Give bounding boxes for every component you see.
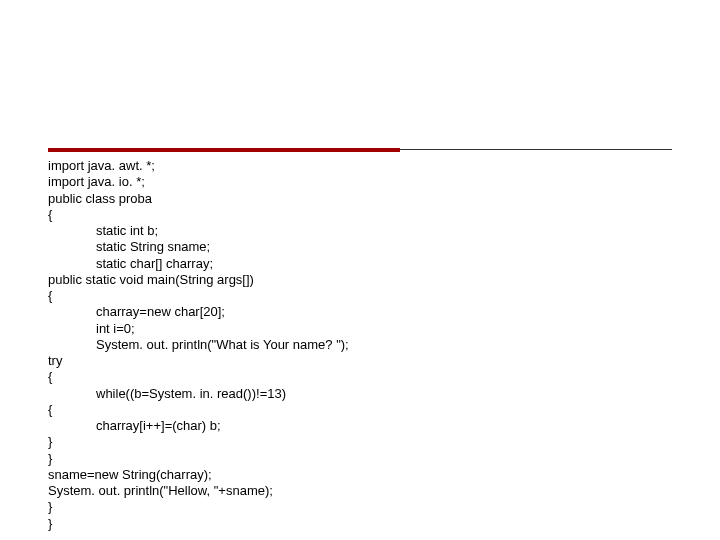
code-line: System. out. println("What is Your name?… (48, 337, 720, 353)
code-line: } (48, 516, 720, 532)
code-line: } (48, 434, 720, 450)
code-block: import java. awt. *; import java. io. *;… (48, 158, 720, 532)
code-line: System. out. println("Hellow, "+sname); (48, 483, 720, 499)
code-line: int i=0; (48, 321, 720, 337)
code-line: { (48, 402, 720, 418)
divider-line (400, 149, 672, 150)
code-line: while((b=System. in. read())!=13) (48, 386, 720, 402)
code-line: public class proba (48, 191, 720, 207)
code-line: charray=new char[20]; (48, 304, 720, 320)
code-line: charray[i++]=(char) b; (48, 418, 720, 434)
code-line: { (48, 207, 720, 223)
code-line: sname=new String(charray); (48, 467, 720, 483)
divider-accent (48, 148, 400, 152)
code-line: import java. awt. *; (48, 158, 720, 174)
slide-content: import java. awt. *; import java. io. *;… (0, 0, 720, 532)
code-line: { (48, 288, 720, 304)
code-line: } (48, 451, 720, 467)
code-line: static int b; (48, 223, 720, 239)
code-line: public static void main(String args[]) (48, 272, 720, 288)
code-line: import java. io. *; (48, 174, 720, 190)
code-line: static char[] charray; (48, 256, 720, 272)
code-line: } (48, 499, 720, 515)
code-line: try (48, 353, 720, 369)
code-line: static String sname; (48, 239, 720, 255)
code-line: { (48, 369, 720, 385)
slide-divider (48, 148, 672, 152)
